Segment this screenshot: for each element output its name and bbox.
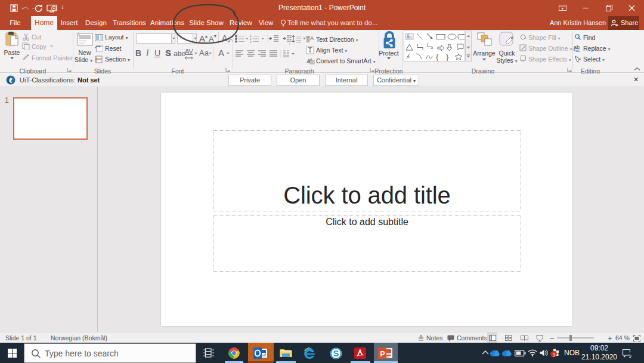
svg-text:1: 1 bbox=[553, 351, 556, 358]
svg-text:{: { bbox=[436, 53, 439, 61]
svg-text:A: A bbox=[310, 35, 314, 41]
svg-text:3: 3 bbox=[250, 41, 252, 43]
svg-text:S: S bbox=[333, 349, 339, 358]
svg-text:A: A bbox=[407, 33, 410, 38]
svg-text:ac: ac bbox=[575, 48, 580, 52]
svg-text:}: } bbox=[446, 53, 449, 61]
svg-text:P: P bbox=[380, 350, 385, 358]
